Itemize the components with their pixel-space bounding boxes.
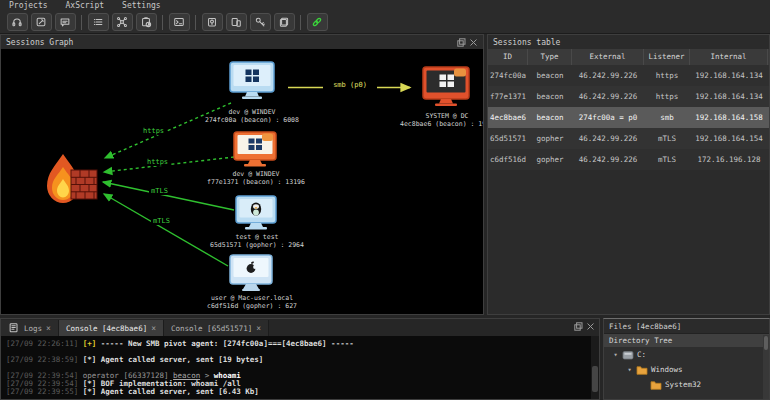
listeners-icon <box>11 16 23 28</box>
console-line: [27/09 22:26:11] [+] ----- New SMB pivot… <box>6 340 594 348</box>
edge-label-mtls: mTLS <box>149 187 170 195</box>
float-panel-icon[interactable] <box>457 38 466 47</box>
node-caption: dev @ WINDEVf77e1371 (beacon) : 13196 <box>176 171 336 186</box>
node-274fc00a[interactable] <box>230 62 274 99</box>
edge-label-https: https <box>145 158 170 166</box>
sessions-table-body: 274fc00abeacon46.242.99.226https192.168.… <box>488 65 769 170</box>
tree-item-Windows[interactable]: ▾Windows <box>604 362 769 377</box>
console-segment: [27/09 22:26:11] <box>6 339 83 348</box>
cell: 46.242.99.226 <box>572 92 644 101</box>
app-window: { "menu": { "items": [ {"label":"Project… <box>0 0 770 400</box>
logs-icon <box>8 322 20 334</box>
sessions-table-title-bar: Sessions table <box>488 35 769 49</box>
sessions-graph-icon <box>116 16 128 28</box>
menu-item-projects[interactable]: Projects <box>0 1 57 10</box>
cell: 274fc00a <box>488 71 528 80</box>
close-panel-icon[interactable] <box>469 38 478 47</box>
script-editor-icon <box>35 16 47 28</box>
chat-icon <box>59 16 71 28</box>
menu-item-axscript[interactable]: AxScript <box>57 1 114 10</box>
cell: beacon <box>528 113 572 122</box>
column-header-External[interactable]: External <box>572 49 644 65</box>
terminal-button[interactable] <box>169 13 190 31</box>
cell: 46.242.99.226 <box>572 155 644 164</box>
toolbar-separator <box>162 15 163 30</box>
node-c6df516d[interactable] <box>230 255 272 291</box>
cell: 274fc00a = p0 <box>572 113 644 122</box>
node-f77e1371[interactable] <box>234 132 276 167</box>
session-row-274fc00a[interactable]: 274fc00abeacon46.242.99.226https192.168.… <box>488 65 770 86</box>
jobs-icon <box>140 16 152 28</box>
panel-title: Sessions Graph <box>6 38 73 47</box>
menu-item-settings[interactable]: Settings <box>113 1 170 10</box>
close-panel-icon[interactable] <box>586 322 595 331</box>
session-row-4ec8bae6[interactable]: 4ec8bae6beacon274fc00a = p0smb192.168.16… <box>488 107 770 128</box>
cell: gopher <box>528 155 572 164</box>
script-editor-button[interactable] <box>31 13 52 31</box>
console-segment: [+] <box>83 339 97 348</box>
sessions-table-button[interactable] <box>88 13 109 31</box>
console-scrollbar[interactable] <box>591 336 599 399</box>
console-tab-bar: Logs×Console [4ec8bae6]×Console [65d5157… <box>1 319 599 336</box>
console-line: [27/09 22:38:59] [*] Agent called server… <box>6 356 594 364</box>
console-segment: [27/09 22:39:55] <box>6 387 83 396</box>
badge-icon <box>262 134 273 142</box>
node-4ec8bae6[interactable] <box>423 67 469 106</box>
screens-icon <box>278 16 290 28</box>
jobs-button[interactable] <box>136 13 157 31</box>
node-caption: test @ test65d51571 (gopher) : 2964 <box>177 234 337 249</box>
cell: 65d51571 <box>488 134 528 143</box>
cell: gopher <box>528 134 572 143</box>
listeners-button[interactable] <box>7 13 28 31</box>
close-tab-icon[interactable]: × <box>46 324 51 333</box>
files-panel: Files [4ec8bae6] Directory Tree ▾C:▾Wind… <box>603 318 770 400</box>
sessions-graph-title-bar: Sessions Graph <box>1 35 483 49</box>
node-firewall[interactable] <box>47 154 97 203</box>
node-65d51571[interactable] <box>236 196 276 230</box>
session-row-65d51571[interactable]: 65d51571gopher46.242.99.226mTLS192.168.1… <box>488 128 770 149</box>
connection-button[interactable] <box>307 13 328 31</box>
session-row-f77e1371[interactable]: f77e1371beacon46.242.99.226https192.168.… <box>488 86 770 107</box>
cell: beacon <box>528 92 572 101</box>
directory-tree: ▾C:▾WindowsSystem32 <box>604 347 769 392</box>
column-header-Type[interactable]: Type <box>528 49 572 65</box>
tunnels-button[interactable] <box>226 13 247 31</box>
directory-tree-header: Directory Tree <box>604 334 769 347</box>
vault-icon <box>206 16 218 28</box>
tab-console-65d51571-[interactable]: Console [65d51571]× <box>164 320 269 336</box>
edge-label-https: https <box>141 127 166 135</box>
tunnels-icon <box>230 16 242 28</box>
vault-button[interactable] <box>202 13 223 31</box>
session-row-c6df516d[interactable]: c6df516dgopher46.242.99.226mTLS172.16.19… <box>488 149 770 170</box>
sessions-table-panel: Sessions table IDTypeExternalListenerInt… <box>487 34 770 315</box>
float-panel-icon[interactable] <box>574 322 583 331</box>
node-caption: dev @ WINDEV274fc00a (beacon) : 6008 <box>172 109 332 124</box>
console-segment: ----- New SMB pivot agent: [274fc00a]===… <box>96 339 353 348</box>
toolbar-separator <box>81 15 82 30</box>
close-tab-icon[interactable]: × <box>256 324 261 333</box>
tab-logs[interactable]: Logs× <box>1 320 59 336</box>
column-header-ID[interactable]: ID <box>488 49 528 65</box>
screens-button[interactable] <box>274 13 295 31</box>
tree-item-System32[interactable]: System32 <box>604 377 769 392</box>
close-tab-icon[interactable]: × <box>151 324 156 333</box>
console-output[interactable]: [27/09 22:26:11] [+] ----- New SMB pivot… <box>1 336 599 399</box>
tab-console-4ec8bae6-[interactable]: Console [4ec8bae6]× <box>59 320 164 336</box>
column-header-Listener[interactable]: Listener <box>644 49 690 65</box>
chat-button[interactable] <box>55 13 76 31</box>
toolbar <box>0 11 770 34</box>
tree-scrollbar[interactable] <box>763 335 769 399</box>
edge-label-smb: smb (p0) <box>323 81 377 89</box>
terminal-icon <box>173 16 185 28</box>
chevron-down-icon[interactable]: ▾ <box>612 351 619 359</box>
cell: c6df516d <box>488 155 528 164</box>
cell: f77e1371 <box>488 92 528 101</box>
credentials-button[interactable] <box>250 13 271 31</box>
badge-icon <box>454 69 466 77</box>
sessions-graph-canvas[interactable]: dev @ WINDEV274fc00a (beacon) : 6008 SYS… <box>1 49 483 314</box>
chevron-down-icon[interactable]: ▾ <box>626 366 633 374</box>
cell: mTLS <box>644 134 690 143</box>
sessions-graph-button[interactable] <box>112 13 133 31</box>
tree-item-C[interactable]: ▾C: <box>604 347 769 362</box>
column-header-Internal[interactable]: Internal <box>690 49 768 65</box>
